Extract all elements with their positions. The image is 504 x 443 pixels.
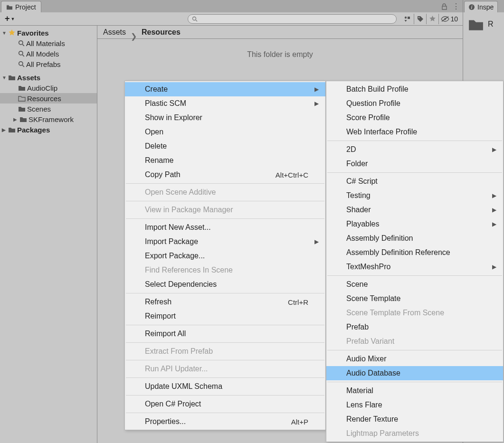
svg-marker-4 [405, 20, 407, 22]
asset-folder-item[interactable]: AudioClip [0, 83, 97, 93]
menu-item-label: Import New Asset... [145, 223, 211, 232]
asset-folder-item[interactable]: Resources [0, 93, 97, 104]
inspector-tab[interactable]: i Inspe [464, 1, 498, 12]
menu-item[interactable]: Import New Asset... [125, 220, 325, 235]
asset-folder-item[interactable]: ▶SKFramework [0, 114, 97, 124]
svg-line-9 [22, 44, 24, 46]
menu-item[interactable]: Material [326, 384, 503, 398]
packages-label: Packages [17, 126, 50, 134]
tree-item-label: AudioClip [27, 84, 57, 92]
menu-item[interactable]: Score Profile [326, 111, 503, 125]
menu-separator [126, 201, 324, 201]
menu-item[interactable]: Testing▶ [326, 189, 503, 203]
menu-item[interactable]: Copy PathAlt+Ctrl+C [125, 168, 325, 182]
menu-item[interactable]: Shader▶ [326, 203, 503, 217]
folder-icon [18, 105, 26, 112]
menu-item[interactable]: Reimport All [125, 327, 325, 341]
menu-item[interactable]: RefreshCtrl+R [125, 295, 325, 309]
menu-item-label: View in Package Manager [145, 206, 233, 214]
lock-icon[interactable] [441, 3, 447, 10]
favorite-search-item[interactable]: All Prefabs [0, 59, 97, 69]
search-icon [18, 61, 25, 67]
menu-item-label: Folder [346, 160, 368, 168]
menu-item-label: Prefab [346, 323, 369, 331]
menu-item[interactable]: Plastic SCM▶ [125, 96, 325, 111]
eye-off-icon [441, 16, 449, 22]
menu-item[interactable]: Delete [125, 139, 325, 153]
menu-item[interactable]: Open [125, 125, 325, 139]
menu-item[interactable]: C# Script [326, 174, 503, 189]
menu-item[interactable]: Web Interface Profile [326, 125, 503, 139]
menu-item[interactable]: Scene [326, 277, 503, 292]
packages-group[interactable]: ▶ Packages [0, 124, 97, 135]
star-icon [8, 29, 16, 37]
menu-item[interactable]: 2D▶ [326, 142, 503, 157]
breadcrumb: Assets ❯ Resources [97, 26, 463, 39]
filter-by-label-button[interactable] [414, 14, 426, 24]
menu-item[interactable]: Create▶ [125, 82, 325, 96]
menu-item[interactable]: Export Package... [125, 249, 325, 263]
expand-arrow-icon[interactable]: ▶ [2, 127, 7, 132]
tab-label: Project [15, 3, 36, 11]
favorites-group[interactable]: ▼ Favorites [0, 28, 97, 38]
menu-item[interactable]: Rename [125, 153, 325, 168]
breadcrumb-current: Resources [142, 28, 181, 37]
favorite-button[interactable] [426, 14, 438, 24]
kebab-icon[interactable]: ⋮ [452, 3, 460, 10]
menu-item[interactable]: Import Package▶ [125, 235, 325, 249]
menu-item-label: Scene Template From Scene [346, 309, 444, 317]
menu-item-label: Select Dependencies [145, 280, 217, 289]
menu-item[interactable]: Batch Build Profile [326, 82, 503, 96]
favorite-search-item[interactable]: All Materials [0, 38, 97, 48]
menu-item-shortcut: Ctrl+R [288, 298, 308, 306]
search-icon [192, 16, 198, 22]
breadcrumb-root[interactable]: Assets [103, 28, 126, 37]
menu-separator [126, 325, 324, 325]
menu-item[interactable]: Prefab [326, 320, 503, 334]
tree-item-label: SKFramework [29, 115, 74, 123]
menu-item-label: Extract From Prefab [145, 347, 213, 356]
menu-item[interactable]: Reimport [125, 309, 325, 323]
menu-item[interactable]: Playables▶ [326, 217, 503, 231]
expand-arrow-icon[interactable]: ▼ [2, 30, 7, 36]
menu-separator [126, 293, 324, 293]
menu-item[interactable]: Scene Template [326, 292, 503, 306]
menu-item[interactable]: Show in Explorer [125, 111, 325, 125]
menu-item[interactable]: Update UXML Schema [125, 379, 325, 394]
menu-item[interactable]: Select Dependencies [125, 277, 325, 292]
menu-item-label: Delete [145, 142, 167, 151]
filter-by-type-button[interactable] [401, 14, 414, 24]
expand-arrow-icon[interactable]: ▼ [2, 75, 7, 80]
menu-item-label: Score Profile [346, 113, 390, 122]
tree-item-label: All Models [26, 50, 59, 58]
menu-item[interactable]: Audio Mixer [326, 352, 503, 366]
asset-folder-item[interactable]: Scenes [0, 104, 97, 114]
tree-item-label: All Prefabs [26, 60, 61, 68]
menu-item[interactable]: Lens Flare [326, 398, 503, 412]
menu-item[interactable]: Assembly Definition Reference [326, 245, 503, 260]
menu-item[interactable]: Folder [326, 157, 503, 171]
hidden-items-toggle[interactable]: 10 [438, 14, 460, 24]
menu-item: Run API Updater... [125, 362, 325, 376]
svg-point-0 [193, 17, 196, 20]
menu-item[interactable]: Render Texture [326, 412, 503, 426]
menu-item[interactable]: Open C# Project [125, 397, 325, 411]
favorite-search-item[interactable]: All Models [0, 48, 97, 59]
add-button[interactable]: + ▼ [3, 13, 17, 25]
menu-item[interactable]: Assembly Definition [326, 231, 503, 245]
menu-item-label: Scene Template [346, 294, 400, 303]
project-tab[interactable]: Project [1, 1, 41, 12]
chevron-right-icon: ❯ [131, 32, 137, 32]
assets-group[interactable]: ▼ Assets [0, 72, 97, 83]
menu-item[interactable]: TextMeshPro▶ [326, 260, 503, 274]
search-field[interactable] [198, 15, 392, 22]
folder-icon [6, 4, 13, 10]
menu-item[interactable]: Audio Database [326, 366, 503, 380]
favorites-label: Favorites [17, 29, 49, 37]
create-submenu: Batch Build ProfileQuestion ProfileScore… [326, 81, 504, 442]
menu-item[interactable]: Properties...Alt+P [125, 415, 325, 429]
expand-arrow-icon[interactable]: ▶ [13, 117, 18, 122]
submenu-arrow-icon: ▶ [492, 192, 496, 199]
search-input[interactable] [188, 14, 397, 24]
menu-item[interactable]: Question Profile [326, 96, 503, 111]
